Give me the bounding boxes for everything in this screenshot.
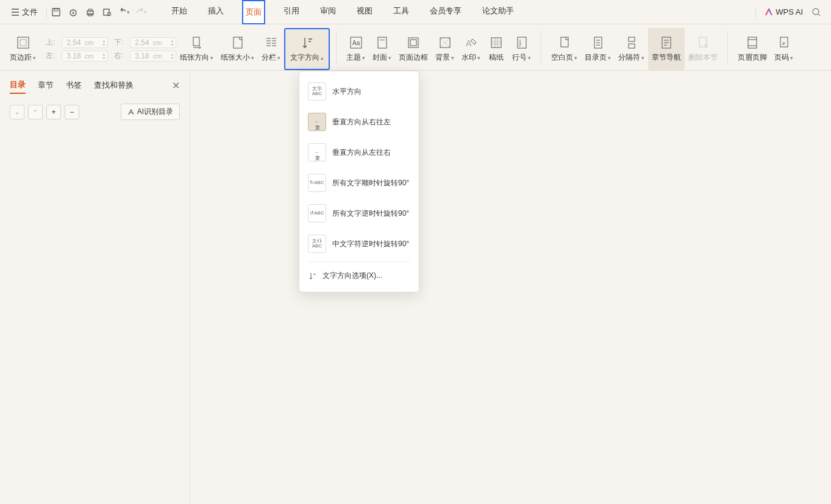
page-margin-button[interactable]: 页边距▾ xyxy=(6,33,40,65)
theme-icon: Aa xyxy=(348,35,365,50)
theme-button[interactable]: Aa 主题▾ xyxy=(343,28,369,70)
page-number-icon: # xyxy=(776,35,793,50)
header-footer-button[interactable]: 页眉页脚 xyxy=(734,28,771,70)
undo-icon[interactable]: ▾ xyxy=(119,7,130,18)
tab-start[interactable]: 开始 xyxy=(169,0,190,24)
file-menu-button[interactable]: 文件 xyxy=(6,4,43,20)
margin-left-input[interactable]: cm▴▾ xyxy=(62,51,108,62)
text-direction-button[interactable]: 文字方向▴ xyxy=(284,28,330,70)
paper-size-icon xyxy=(229,35,246,50)
paper-orient-icon xyxy=(188,35,205,50)
svg-rect-15 xyxy=(378,37,387,48)
margin-bottom-input[interactable]: cm▴▾ xyxy=(130,37,176,48)
page-number-button[interactable]: # 页码▾ xyxy=(771,28,797,70)
stepper-icon[interactable]: ▴▾ xyxy=(171,52,173,60)
sidebar-tab-bookmark[interactable]: 书签 xyxy=(66,77,82,93)
dropdown-options-label: 文字方向选项(X)... xyxy=(323,271,382,281)
hamburger-icon xyxy=(11,8,20,16)
margin-bottom-label: 下: xyxy=(114,37,126,48)
cloud-icon[interactable] xyxy=(68,7,79,18)
dropdown-item-label: 中文字符逆时针旋转90° xyxy=(332,239,409,249)
page-border-button[interactable]: 页面边框 xyxy=(395,28,432,70)
dropdown-item-horizontal[interactable]: 文字ABC 水平方向 xyxy=(303,76,415,107)
save-icon[interactable] xyxy=(51,7,62,18)
cover-button[interactable]: 封面▾ xyxy=(369,28,395,70)
sidebar-tab-chapter[interactable]: 章节 xyxy=(38,77,54,93)
add-button[interactable]: + xyxy=(46,105,61,119)
tab-reference[interactable]: 引用 xyxy=(281,0,302,24)
blank-page-icon xyxy=(556,35,573,50)
sidebar-tab-toc[interactable]: 目录 xyxy=(10,77,26,94)
svg-rect-12 xyxy=(234,37,242,48)
svg-text:2: 2 xyxy=(519,43,521,47)
columns-label: 分栏 xyxy=(262,52,276,63)
stepper-icon[interactable]: ▴▾ xyxy=(171,39,173,46)
text-direction-label: 文字方向 xyxy=(290,52,319,63)
dropdown-item-cn-ccw[interactable]: 文仆ABC 中文字符逆时针旋转90° xyxy=(303,229,415,259)
background-icon xyxy=(437,35,454,50)
sidebar-tab-find[interactable]: 查找和替换 xyxy=(94,77,134,93)
tab-page[interactable]: 页面 xyxy=(242,0,265,24)
wps-ai-label: WPS AI xyxy=(776,7,803,16)
rotate-ccw-icon: ↺ABC xyxy=(308,204,326,222)
tab-insert[interactable]: 插入 xyxy=(205,0,226,24)
expand-all-button[interactable]: ⌄ xyxy=(10,105,24,119)
background-button[interactable]: 背景▾ xyxy=(432,28,458,70)
dropdown-item-vertical-ltr[interactable]: 文字↓ 垂直方向从左往右 xyxy=(303,137,415,168)
chevron-up-icon: ⌃ xyxy=(33,109,38,115)
dropdown-item-label: 所有文字逆时针旋转90° xyxy=(332,208,409,219)
toc-page-button[interactable]: 目录页▾ xyxy=(581,28,615,70)
dropdown-item-rotate-ccw[interactable]: ↺ABC 所有文字逆时针旋转90° xyxy=(303,198,415,229)
sidebar-close-button[interactable]: ✕ xyxy=(172,80,180,91)
columns-button[interactable]: 分栏▾ xyxy=(258,28,284,70)
chapter-nav-button[interactable]: 章节导航 xyxy=(648,28,685,70)
stepper-icon[interactable]: ▴▾ xyxy=(103,52,105,60)
dropdown-item-label: 水平方向 xyxy=(332,87,362,97)
svg-rect-21 xyxy=(491,38,501,48)
dropdown-item-rotate-cw[interactable]: ↻ABC 所有文字顺时针旋转90° xyxy=(303,168,415,198)
collapse-all-button[interactable]: ⌃ xyxy=(28,105,43,119)
ai-recognize-toc-button[interactable]: AI识别目录 xyxy=(121,104,180,120)
cover-label: 封面 xyxy=(373,52,387,63)
separator-button[interactable]: 分隔符▾ xyxy=(615,28,648,70)
cover-icon xyxy=(374,35,391,50)
margin-top-input[interactable]: cm▴▾ xyxy=(62,37,108,48)
page-margin-icon xyxy=(15,35,32,50)
page-number-label: 页码 xyxy=(774,52,789,63)
margin-right-input[interactable]: cm▴▾ xyxy=(130,51,176,62)
tab-view[interactable]: 视图 xyxy=(354,0,375,24)
toc-page-icon xyxy=(590,35,607,50)
svg-rect-9 xyxy=(18,37,29,48)
tab-review[interactable]: 审阅 xyxy=(318,0,338,24)
svg-rect-27 xyxy=(629,37,635,41)
ai-icon xyxy=(127,108,135,116)
print-preview-icon[interactable] xyxy=(102,7,113,18)
svg-rect-11 xyxy=(193,37,199,46)
svg-rect-18 xyxy=(410,40,416,46)
sidebar-tools: ⌄ ⌃ + − AI识别目录 xyxy=(10,104,180,120)
search-icon[interactable] xyxy=(811,7,821,17)
manuscript-button[interactable]: 稿纸 xyxy=(484,28,508,70)
watermark-button[interactable]: A 水印▾ xyxy=(458,28,484,70)
manuscript-icon xyxy=(488,35,505,50)
redo-icon[interactable]: ▾ xyxy=(136,7,147,18)
delete-section-label: 删除本节 xyxy=(688,52,718,63)
tab-thesis[interactable]: 论文助手 xyxy=(480,0,516,24)
sidebar-tabs: 目录 章节 书签 查找和替换 ✕ xyxy=(10,77,180,94)
print-icon[interactable] xyxy=(85,7,96,18)
dropdown-options-item[interactable]: 文字方向选项(X)... xyxy=(303,264,415,287)
dropdown-item-vertical-rtl[interactable]: 文字↓ 垂直方向从右往左 xyxy=(303,107,415,137)
stepper-icon[interactable]: ▴▾ xyxy=(103,39,105,46)
blank-page-button[interactable]: 空白页▾ xyxy=(547,28,581,70)
paper-size-button[interactable]: 纸张大小▾ xyxy=(217,28,258,70)
background-label: 背景 xyxy=(435,52,450,63)
tab-vip[interactable]: 会员专享 xyxy=(427,0,464,24)
line-number-button[interactable]: 12 行号▾ xyxy=(508,28,535,70)
tab-tools[interactable]: 工具 xyxy=(391,0,412,24)
dropdown-item-label: 垂直方向从右往左 xyxy=(332,117,391,127)
wps-ai-button[interactable]: WPS AI xyxy=(765,7,803,16)
paper-orient-button[interactable]: 纸张方向▾ xyxy=(176,28,217,70)
margin-right-label: 右: xyxy=(114,51,126,61)
remove-button[interactable]: − xyxy=(65,105,79,119)
margin-top-label: 上: xyxy=(46,37,58,48)
